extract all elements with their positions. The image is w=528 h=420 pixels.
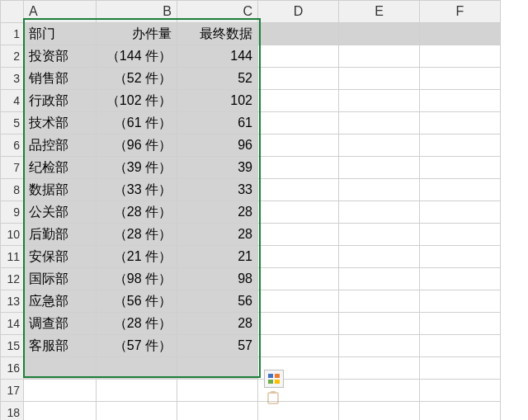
- cell[interactable]: 28: [177, 201, 258, 224]
- cell[interactable]: （102 件）: [97, 90, 177, 112]
- cell[interactable]: 客服部: [24, 335, 97, 357]
- cell[interactable]: 56: [177, 290, 258, 313]
- cell[interactable]: （21 件）: [97, 246, 177, 268]
- row-header[interactable]: 2: [1, 45, 24, 68]
- cell[interactable]: [258, 45, 339, 68]
- cell[interactable]: [420, 224, 501, 246]
- cell[interactable]: （28 件）: [97, 313, 177, 335]
- cell[interactable]: [420, 313, 501, 335]
- cell[interactable]: [258, 134, 339, 157]
- cell[interactable]: [339, 380, 420, 402]
- table-row[interactable]: 12国际部（98 件）98: [1, 268, 501, 290]
- cell[interactable]: [420, 357, 501, 380]
- cell[interactable]: [420, 290, 501, 313]
- col-header-A[interactable]: A: [24, 1, 97, 23]
- table-row[interactable]: 1 部门 办件量 最终数据: [1, 23, 501, 45]
- row-header[interactable]: 13: [1, 290, 24, 313]
- row-header[interactable]: 10: [1, 224, 24, 246]
- cell[interactable]: [420, 45, 501, 68]
- cell[interactable]: [97, 402, 177, 421]
- cell[interactable]: 144: [177, 45, 258, 68]
- row-header[interactable]: 16: [1, 357, 24, 380]
- cell[interactable]: 28: [177, 224, 258, 246]
- cell[interactable]: [339, 112, 420, 134]
- cell[interactable]: 52: [177, 68, 258, 90]
- row-header[interactable]: 4: [1, 90, 24, 112]
- table-row[interactable]: 13应急部（56 件）56: [1, 290, 501, 313]
- row-header[interactable]: 9: [1, 201, 24, 224]
- table-row[interactable]: 11安保部（21 件）21: [1, 246, 501, 268]
- table-row[interactable]: 2投资部（144 件）144: [1, 45, 501, 68]
- cell[interactable]: [24, 357, 97, 380]
- cell[interactable]: [258, 157, 339, 179]
- table-row[interactable]: 6品控部（96 件）96: [1, 134, 501, 157]
- cell[interactable]: 行政部: [24, 90, 97, 112]
- row-header[interactable]: 6: [1, 134, 24, 157]
- table-row[interactable]: 8数据部（33 件）33: [1, 179, 501, 201]
- cell[interactable]: [258, 335, 339, 357]
- cell[interactable]: 57: [177, 335, 258, 357]
- cell[interactable]: （28 件）: [97, 201, 177, 224]
- cell[interactable]: 国际部: [24, 268, 97, 290]
- cell[interactable]: [339, 313, 420, 335]
- cell[interactable]: [97, 357, 177, 380]
- row-header[interactable]: 12: [1, 268, 24, 290]
- cell[interactable]: [420, 246, 501, 268]
- cell[interactable]: [420, 335, 501, 357]
- row-header[interactable]: 17: [1, 380, 24, 402]
- table-row[interactable]: 9公关部（28 件）28: [1, 201, 501, 224]
- cell[interactable]: 61: [177, 112, 258, 134]
- cell[interactable]: [420, 68, 501, 90]
- row-header[interactable]: 18: [1, 402, 24, 421]
- cell[interactable]: 98: [177, 268, 258, 290]
- table-row[interactable]: 3销售部（52 件）52: [1, 68, 501, 90]
- cell[interactable]: [420, 112, 501, 134]
- cell[interactable]: [258, 23, 339, 45]
- cell[interactable]: 品控部: [24, 134, 97, 157]
- table-row[interactable]: 5技术部（61 件）61: [1, 112, 501, 134]
- cell[interactable]: [258, 224, 339, 246]
- cell[interactable]: 销售部: [24, 68, 97, 90]
- row-header[interactable]: 14: [1, 313, 24, 335]
- corner-cell[interactable]: [1, 1, 24, 23]
- cell[interactable]: （98 件）: [97, 268, 177, 290]
- cell[interactable]: [420, 90, 501, 112]
- cell[interactable]: [258, 201, 339, 224]
- cell[interactable]: （57 件）: [97, 335, 177, 357]
- cell[interactable]: 33: [177, 179, 258, 201]
- cell[interactable]: [339, 246, 420, 268]
- cell[interactable]: （56 件）: [97, 290, 177, 313]
- table-row[interactable]: 15客服部（57 件）57: [1, 335, 501, 357]
- row-header[interactable]: 8: [1, 179, 24, 201]
- cell[interactable]: [420, 268, 501, 290]
- col-header-E[interactable]: E: [339, 1, 420, 23]
- row-header[interactable]: 1: [1, 23, 24, 45]
- cell[interactable]: 后勤部: [24, 224, 97, 246]
- cell[interactable]: [339, 68, 420, 90]
- cell[interactable]: 96: [177, 134, 258, 157]
- spreadsheet[interactable]: A B C D E F 1 部门 办件量 最终数据 2投资部（144 件）144…: [0, 0, 528, 420]
- paste-options-button[interactable]: [264, 391, 282, 408]
- quick-analysis-button[interactable]: [264, 370, 284, 388]
- cell[interactable]: [258, 179, 339, 201]
- cell[interactable]: [339, 45, 420, 68]
- cell[interactable]: （28 件）: [97, 224, 177, 246]
- table-row[interactable]: 18: [1, 402, 501, 421]
- cell[interactable]: [24, 380, 97, 402]
- col-header-C[interactable]: C: [177, 1, 258, 23]
- cell[interactable]: [420, 179, 501, 201]
- cell[interactable]: [177, 402, 258, 421]
- cell[interactable]: [339, 290, 420, 313]
- cell[interactable]: [339, 402, 420, 421]
- cell[interactable]: [339, 268, 420, 290]
- table-row[interactable]: 7纪检部（39 件）39: [1, 157, 501, 179]
- cell[interactable]: [177, 357, 258, 380]
- table-row[interactable]: 4行政部（102 件）102: [1, 90, 501, 112]
- cell[interactable]: [258, 313, 339, 335]
- cell[interactable]: 纪检部: [24, 157, 97, 179]
- cell[interactable]: [339, 90, 420, 112]
- table-row[interactable]: 17: [1, 380, 501, 402]
- cell[interactable]: 应急部: [24, 290, 97, 313]
- cell[interactable]: （39 件）: [97, 157, 177, 179]
- cell[interactable]: 调查部: [24, 313, 97, 335]
